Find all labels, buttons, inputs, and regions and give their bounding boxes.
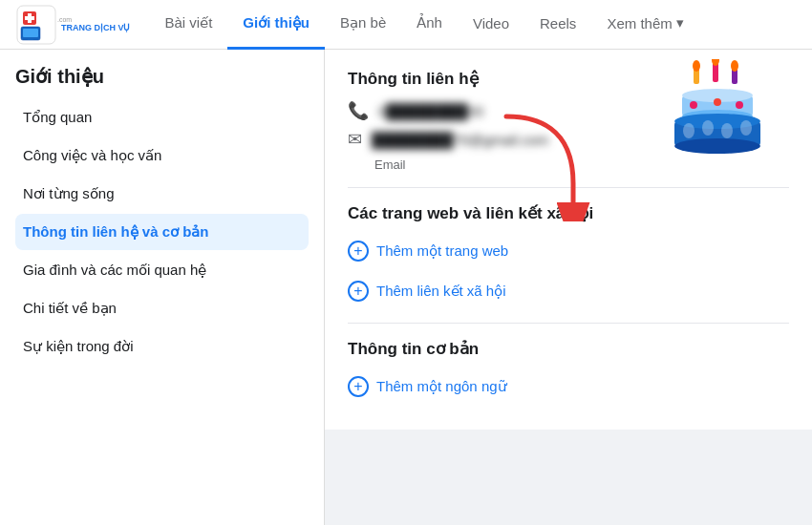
svg-rect-5 bbox=[23, 29, 38, 37]
sidebar-item-chi-tiet[interactable]: Chi tiết về bạn bbox=[15, 290, 309, 326]
svg-point-13 bbox=[731, 60, 738, 72]
svg-point-24 bbox=[702, 120, 714, 136]
brand-name: TRANG DỊCH VỤ bbox=[61, 23, 131, 33]
tab-xem-them[interactable]: Xem thêm ▾ bbox=[591, 0, 698, 50]
svg-point-22 bbox=[674, 138, 760, 154]
svg-rect-3 bbox=[28, 13, 32, 23]
svg-point-23 bbox=[683, 123, 694, 138]
svg-point-25 bbox=[721, 123, 733, 138]
sidebar-item-tong-quan[interactable]: Tổng quan bbox=[15, 99, 309, 136]
nav-tabs: Bài viết Giới thiệu Bạn bè Ảnh Video Ree… bbox=[150, 0, 699, 49]
divider-2 bbox=[348, 323, 789, 324]
add-web-label: Thêm một trang web bbox=[376, 242, 508, 260]
sidebar: Giới thiệu Tổng quan Công việc và học vấ… bbox=[0, 50, 325, 525]
plus-web-icon: + bbox=[348, 241, 369, 262]
tab-ban-be[interactable]: Bạn bè bbox=[325, 0, 401, 50]
svg-point-17 bbox=[690, 101, 697, 109]
add-social-label: Thêm liên kết xã hội bbox=[376, 283, 506, 300]
main-content: Giới thiệu Tổng quan Công việc và học vấ… bbox=[0, 50, 812, 525]
tab-bai-viet[interactable]: Bài viết bbox=[150, 0, 228, 50]
logo-icon bbox=[15, 4, 57, 46]
email-value: ████████70@gmail.com bbox=[372, 132, 548, 148]
sidebar-item-gia-dinh[interactable]: Gia đình và các mối quan hệ bbox=[15, 252, 309, 288]
plus-social-icon: + bbox=[348, 281, 369, 302]
tab-anh[interactable]: Ảnh bbox=[401, 0, 458, 50]
top-nav: .com TRANG DỊCH VỤ Bài viết Giới thiệu B… bbox=[0, 0, 812, 50]
right-content: Thông tin liên hệ 📞 0████████00 ✉ ██████… bbox=[325, 50, 812, 430]
divider-1 bbox=[348, 187, 789, 188]
tab-reels[interactable]: Reels bbox=[524, 0, 591, 50]
phone-value: 0████████00 bbox=[378, 103, 483, 119]
sidebar-item-su-kien[interactable]: Sự kiện trong đời bbox=[15, 328, 309, 365]
basic-section-title: Thông tin cơ bản bbox=[348, 339, 789, 359]
social-section-title: Các trang web và liên kết xã hội bbox=[348, 203, 789, 223]
add-language-label: Thêm một ngôn ngữ bbox=[376, 378, 507, 395]
svg-point-26 bbox=[740, 120, 752, 136]
chevron-down-icon: ▾ bbox=[676, 14, 684, 32]
social-section: Các trang web và liên kết xã hội + Thêm … bbox=[348, 203, 789, 307]
tab-video[interactable]: Video bbox=[458, 0, 524, 50]
add-web-button[interactable]: + Thêm một trang web bbox=[348, 235, 789, 267]
tab-gioi-thieu[interactable]: Giới thiệu bbox=[227, 0, 325, 50]
svg-point-11 bbox=[693, 60, 700, 72]
sidebar-title: Giới thiệu bbox=[15, 65, 309, 88]
add-social-button[interactable]: + Thêm liên kết xã hội bbox=[348, 275, 789, 307]
svg-point-19 bbox=[736, 101, 743, 109]
add-language-button[interactable]: + Thêm một ngôn ngữ bbox=[348, 370, 789, 403]
contact-section: Thông tin liên hệ 📞 0████████00 ✉ ██████… bbox=[348, 69, 789, 172]
com-label: .com bbox=[57, 16, 131, 23]
logo-text-block: .com TRANG DỊCH VỤ bbox=[57, 16, 131, 33]
right-panel-wrapper: Thông tin liên hệ 📞 0████████00 ✉ ██████… bbox=[325, 50, 812, 525]
sidebar-item-cong-viec[interactable]: Công việc và học vấn bbox=[15, 137, 309, 174]
basic-section: Thông tin cơ bản + Thêm một ngôn ngữ bbox=[348, 339, 789, 403]
plus-language-icon: + bbox=[348, 376, 369, 397]
phone-icon: 📞 bbox=[348, 100, 369, 121]
cake-decoration bbox=[665, 59, 770, 168]
sidebar-item-thong-tin-lien-he[interactable]: Thông tin liên hệ và cơ bản bbox=[15, 214, 309, 250]
svg-rect-6 bbox=[28, 38, 33, 40]
logo-area: .com TRANG DỊCH VỤ bbox=[15, 4, 131, 46]
svg-point-18 bbox=[714, 98, 721, 106]
email-icon: ✉ bbox=[348, 129, 362, 150]
sidebar-item-noi-tung-song[interactable]: Nơi từng sống bbox=[15, 176, 309, 212]
